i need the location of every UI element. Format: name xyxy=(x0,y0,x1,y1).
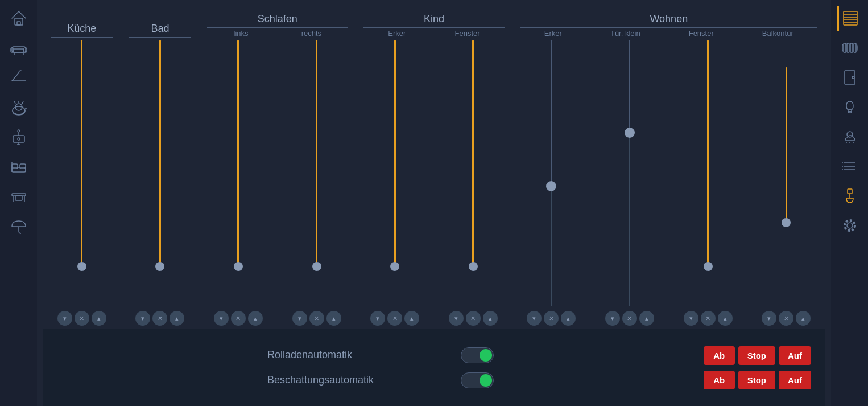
room-wohnen-header: Wohnen Erker Tür, klein Fenster Balkontü… xyxy=(512,13,825,38)
slider-col-schlafen-links xyxy=(199,40,278,306)
btn-kind-fenster-down[interactable]: ▾ xyxy=(449,311,464,326)
action-buttons: Ab Stop Auf Ab Stop Auf xyxy=(704,346,811,389)
svg-rect-32 xyxy=(850,43,853,52)
btn-ab-1[interactable]: Ab xyxy=(704,346,735,365)
radiator-icon[interactable] xyxy=(837,35,862,60)
btn-schlafen-links-down[interactable]: ▾ xyxy=(214,311,229,326)
umbrella-icon[interactable] xyxy=(6,213,31,238)
btn-wohnen-fenster-stop[interactable]: ✕ xyxy=(701,311,716,326)
wohnen-sub-tuer: Tür, klein xyxy=(610,29,640,38)
home-icon[interactable] xyxy=(6,6,31,31)
btn-kind-erker-stop[interactable]: ✕ xyxy=(387,311,402,326)
svg-point-51 xyxy=(845,220,855,231)
btn-kind-fenster-up[interactable]: ▴ xyxy=(483,311,498,326)
desk-icon[interactable] xyxy=(6,183,31,208)
btn-wohnen-fenster-down[interactable]: ▾ xyxy=(684,311,698,326)
btn-stop-2[interactable]: Stop xyxy=(738,371,775,389)
thumb-schlafen-links[interactable] xyxy=(234,262,243,271)
beschattung-toggle[interactable] xyxy=(461,372,494,388)
full-layout: Küche Bad Schlafen links rechts Kind xyxy=(43,6,825,406)
btn-wohnen-erker-stop[interactable]: ✕ xyxy=(544,311,559,326)
slider-col-kueche xyxy=(43,40,121,306)
btn-wohnen-erker-down[interactable]: ▾ xyxy=(527,311,542,326)
thumb-wohnen-erker[interactable] xyxy=(546,181,556,191)
btn-wohnen-balkontuer-up[interactable]: ▴ xyxy=(796,311,811,326)
btn-wohnen-erker-up[interactable]: ▴ xyxy=(561,311,576,326)
btn-kind-erker-down[interactable]: ▾ xyxy=(370,311,385,326)
btn-stop-1[interactable]: Stop xyxy=(738,346,775,365)
plug-icon[interactable] xyxy=(837,183,862,208)
btn-wohnen-tuer-up[interactable]: ▴ xyxy=(639,311,654,326)
automatics-section: Rolladenautomatik Beschattungsautomatik xyxy=(267,347,494,388)
svg-point-15 xyxy=(18,138,20,140)
thumb-bad[interactable] xyxy=(155,262,164,271)
beschattung-row: Beschattungsautomatik xyxy=(267,372,494,388)
thumb-wohnen-tuer[interactable] xyxy=(625,128,635,138)
btn-bad-stop[interactable]: ✕ xyxy=(152,311,167,326)
svg-rect-37 xyxy=(848,112,852,113)
room-schlafen-header: Schlafen links rechts xyxy=(199,13,356,38)
btn-wohnen-fenster-up[interactable]: ▴ xyxy=(718,311,733,326)
sofa-icon[interactable] xyxy=(6,35,31,60)
slider-col-kind-fenster xyxy=(434,40,512,306)
thumb-kueche[interactable] xyxy=(77,262,86,271)
ctrl-group-kueche: ▾ ✕ ▴ xyxy=(43,311,121,326)
door-icon[interactable] xyxy=(837,65,862,90)
btn-auf-1[interactable]: Auf xyxy=(779,346,811,365)
thumb-wohnen-balkontuer[interactable] xyxy=(782,218,791,227)
main-content: Küche Bad Schlafen links rechts Kind xyxy=(37,0,831,406)
blind-icon[interactable] xyxy=(837,6,862,31)
btn-wohnen-tuer-stop[interactable]: ✕ xyxy=(622,311,637,326)
wohnen-label: Wohnen xyxy=(650,13,688,25)
right-sidebar xyxy=(831,0,868,406)
btn-schlafen-links-up[interactable]: ▴ xyxy=(248,311,263,326)
btn-wohnen-balkontuer-down[interactable]: ▾ xyxy=(762,311,776,326)
svg-rect-31 xyxy=(847,43,849,52)
sink-icon[interactable] xyxy=(6,124,31,149)
btn-bad-up[interactable]: ▴ xyxy=(170,311,184,326)
btn-kind-erker-up[interactable]: ▴ xyxy=(404,311,419,326)
btn-kind-fenster-stop[interactable]: ✕ xyxy=(466,311,481,326)
action-row-1: Ab Stop Auf xyxy=(704,346,811,365)
btn-schlafen-rechts-up[interactable]: ▴ xyxy=(326,311,341,326)
settings-icon[interactable] xyxy=(837,213,862,238)
ctrl-group-wohnen-fenster: ▾ ✕ ▴ xyxy=(669,311,747,326)
bulb-icon[interactable] xyxy=(837,95,862,120)
room-bad-header: Bad xyxy=(121,23,200,38)
svg-line-10 xyxy=(14,101,15,104)
rolladen-toggle[interactable] xyxy=(461,347,494,363)
svg-rect-24 xyxy=(15,196,22,200)
slider-col-wohnen-erker xyxy=(512,40,591,306)
btn-kueche-stop[interactable]: ✕ xyxy=(75,311,89,326)
slider-col-wohnen-tuer xyxy=(590,40,669,306)
schlafen-label: Schlafen xyxy=(258,13,297,25)
hanger-icon[interactable] xyxy=(6,65,31,90)
thumb-wohnen-fenster[interactable] xyxy=(704,262,713,271)
btn-wohnen-balkontuer-stop[interactable]: ✕ xyxy=(779,311,793,326)
thumb-kind-erker[interactable] xyxy=(390,262,399,271)
ctrl-group-schlafen-links: ▾ ✕ ▴ xyxy=(199,311,278,326)
btn-schlafen-rechts-down[interactable]: ▾ xyxy=(292,311,307,326)
btn-kueche-down[interactable]: ▾ xyxy=(57,311,72,326)
btn-kueche-up[interactable]: ▴ xyxy=(92,311,106,326)
btn-schlafen-rechts-stop[interactable]: ✕ xyxy=(309,311,324,326)
thumb-schlafen-rechts[interactable] xyxy=(312,262,321,271)
beschattung-label: Beschattungsautomatik xyxy=(267,374,404,386)
pot-icon[interactable] xyxy=(6,95,31,120)
slider-col-schlafen-rechts xyxy=(278,40,356,306)
svg-rect-48 xyxy=(848,189,852,194)
svg-rect-14 xyxy=(13,136,24,142)
beschattung-toggle-thumb xyxy=(480,374,492,387)
bad-label: Bad xyxy=(151,23,169,35)
btn-schlafen-links-stop[interactable]: ✕ xyxy=(231,311,246,326)
btn-wohnen-tuer-down[interactable]: ▾ xyxy=(605,311,620,326)
list-icon[interactable] xyxy=(837,154,862,179)
schlafen-sub-links: links xyxy=(234,29,249,38)
bed-icon[interactable] xyxy=(6,154,31,179)
weather-icon[interactable] xyxy=(837,124,862,149)
btn-auf-2[interactable]: Auf xyxy=(779,371,811,389)
btn-ab-2[interactable]: Ab xyxy=(704,371,735,389)
thumb-kind-fenster[interactable] xyxy=(469,262,478,271)
btn-bad-down[interactable]: ▾ xyxy=(135,311,150,326)
svg-point-50 xyxy=(847,223,853,228)
